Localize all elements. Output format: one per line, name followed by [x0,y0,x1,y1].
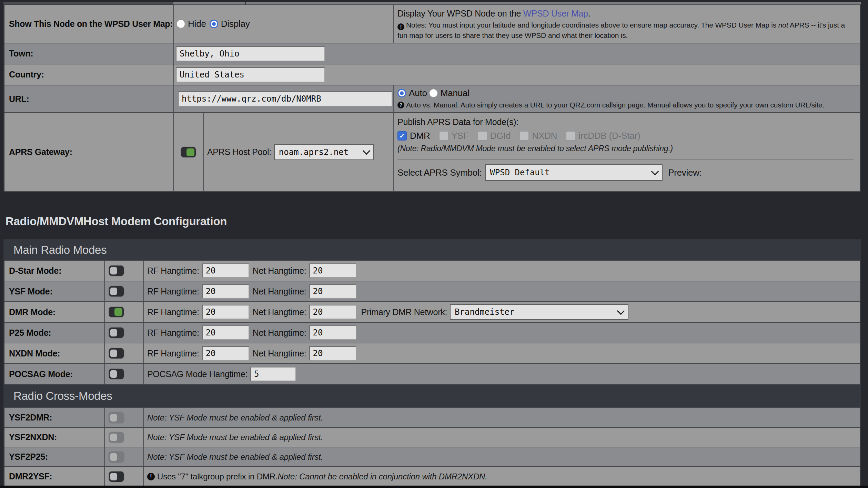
publish-aprs-label: Publish APRS Data for Mode(s): [397,117,855,127]
town-input[interactable]: Shelby, Ohio [176,46,325,61]
net-hangtime-label: Net Hangtime: [253,328,306,338]
map-info-title-period: . [588,9,591,18]
net-hangtime-label: Net Hangtime: [253,307,306,317]
table-row-ysf2nxdn: YSF2NXDN: Note: YSF Mode must be enabled… [4,428,860,447]
aprs-symbol-row: Select APRS Symbol: WPSD Default Preview… [397,164,855,181]
ysf-checkbox[interactable] [439,131,448,141]
rf-hangtime-label: RF Hangtime: [147,307,199,317]
ysf2p25-label: YSF2P25: [4,447,105,466]
net-hangtime-label: Net Hangtime: [253,266,306,276]
url-input[interactable]: https://www.qrz.com/db/N0MRB [178,91,392,106]
country-input[interactable]: United States [176,67,325,82]
aprs-gateway-toggle[interactable] [181,147,196,157]
p25-mode-label: P25 Mode: [4,323,105,343]
ircddb-checkbox[interactable] [566,131,575,141]
ysf2p25-toggle[interactable] [109,452,124,462]
dmr2ysf-toggle[interactable] [109,471,124,482]
pocsag-hangtime-label: POCSAG Mode Hangtime: [147,369,248,379]
net-hangtime-label: Net Hangtime: [253,349,306,359]
scrolled-row-remnant-right [173,2,861,4]
dmr2ysf-note-italic: Note: Cannot be enabled in conjunction w… [277,472,487,481]
nxdn-checkbox[interactable] [519,131,529,141]
table-row-nxdn-mode: NXDN Mode: RF Hangtime: 20 Net Hangtime:… [4,343,860,364]
table-row-aprs-gateway: APRS Gateway: APRS Host Pool: noam.aprs2… [4,113,860,192]
ysf-mode-toggle[interactable] [109,286,124,297]
page-section-title: Radio/MMDVMHost Modem Configuration [6,215,227,228]
net-hangtime-label: Net Hangtime: [253,287,306,297]
url-auto-radio[interactable] [397,89,406,97]
aprs-toggle-cell [174,113,204,191]
p25-net-hangtime-input[interactable]: 20 [309,325,356,340]
country-label: Country: [4,64,174,85]
rf-hangtime-label: RF Hangtime: [147,266,199,276]
dmr-checkbox[interactable]: ✓ [397,131,407,141]
nxdn-net-hangtime-input[interactable]: 20 [309,346,356,361]
table-row-pocsag-mode: POCSAG Mode: POCSAG Mode Hangtime: 5 [4,364,860,385]
url-auto-label[interactable]: Auto [409,88,427,98]
section-header-main-radio-modes: Main Radio Modes [4,240,860,261]
ysf-net-hangtime-input[interactable]: 20 [309,284,356,299]
primary-dmr-network-select[interactable]: Brandmeister [450,304,628,320]
table-row-ysf2dmr: YSF2DMR: Note: YSF Mode must be enabled … [4,408,860,428]
nxdn-rf-hangtime-input[interactable]: 20 [202,346,249,361]
page-bottom-edge [0,486,868,488]
chevron-down-icon [651,167,659,175]
ysf2nxdn-note: Note: YSF Mode must be enabled & applied… [147,433,323,442]
url-manual-label[interactable]: Manual [441,88,470,98]
wpsd-user-map-link[interactable]: WPSD User Map [523,9,588,18]
primary-dmr-network-label: Primary DMR Network: [361,307,447,317]
p25-rf-hangtime-input[interactable]: 20 [202,325,249,340]
select-aprs-symbol-label: Select APRS Symbol: [397,167,482,178]
dgid-checkbox[interactable] [478,131,487,141]
town-label: Town: [4,43,174,64]
hide-radio-label[interactable]: Hide [188,19,206,29]
info-icon: ! [147,473,155,480]
dmr-mode-label: DMR Mode: [4,302,105,322]
table-row-dmr2ysf: DMR2YSF: ! Uses "7" talkgroup prefix in … [4,467,860,487]
user-map-label: Show This Node on the WPSD User Map: [4,5,174,43]
url-manual-radio[interactable] [429,89,438,97]
map-note-italic: not [778,21,788,29]
dstar-mode-toggle[interactable] [109,266,124,276]
dmr-net-hangtime-input[interactable]: 20 [309,305,356,319]
dstar-rf-hangtime-input[interactable]: 20 [202,263,249,278]
url-label: URL: [4,85,174,112]
table-row-ysf-mode: YSF Mode: RF Hangtime: 20 Net Hangtime: … [4,281,860,302]
aprs-modes-note: (Note: Radio/MMDVM Mode must be enabled … [397,144,855,153]
ysf2dmr-note: Note: YSF Mode must be enabled & applied… [147,413,323,423]
ysf-rf-hangtime-input[interactable]: 20 [202,284,249,299]
aprs-publish-cell: Publish APRS Data for Mode(s): ✓ DMR YSF… [394,113,860,191]
dstar-mode-label: D-Star Mode: [4,261,105,281]
ysf2dmr-toggle[interactable] [109,413,124,423]
display-radio-label[interactable]: Display [221,19,250,29]
divider [397,159,854,159]
pocsag-mode-toggle[interactable] [109,369,124,379]
table-row-dstar-mode: D-Star Mode: RF Hangtime: 20 Net Hangtim… [4,261,860,281]
dmr-checkbox-label[interactable]: DMR [410,131,430,141]
primary-dmr-network-value: Brandmeister [455,307,514,317]
table-row-ysf2p25: YSF2P25: Note: YSF Mode must be enabled … [4,447,860,467]
rf-hangtime-label: RF Hangtime: [147,287,199,297]
info-icon: ! [397,23,404,30]
dmr-rf-hangtime-input[interactable]: 20 [202,305,249,319]
user-map-info-cell: Display Your WPSD Node on the WPSD User … [394,5,860,43]
map-info-note: !Notes: You must input your latitude and… [397,20,855,41]
aprs-symbol-select[interactable]: WPSD Default [485,164,663,181]
ysf-mode-label: YSF Mode: [4,281,105,301]
p25-mode-toggle[interactable] [109,328,124,338]
map-info-title: Display Your WPSD Node on the [397,9,523,18]
general-settings-table: Show This Node on the WPSD User Map: Hid… [3,4,861,192]
dstar-net-hangtime-input[interactable]: 20 [309,263,356,278]
modem-config-table: Main Radio Modes D-Star Mode: RF Hangtim… [3,239,861,487]
dmr-mode-toggle[interactable] [109,307,124,317]
aprs-symbol-value: WPSD Default [490,168,549,177]
pocsag-hangtime-input[interactable]: 5 [250,367,296,381]
table-row-dmr-mode: DMR Mode: RF Hangtime: 20 Net Hangtime: … [4,302,860,323]
aprs-host-pool-select[interactable]: noam.aprs2.net [274,144,374,160]
ysf-checkbox-label: YSF [452,131,469,141]
display-radio[interactable] [210,20,218,28]
ysf2nxdn-toggle[interactable] [109,432,124,443]
hide-radio[interactable] [176,20,185,28]
nxdn-checkbox-label: NXDN [532,131,557,141]
nxdn-mode-toggle[interactable] [109,348,124,359]
